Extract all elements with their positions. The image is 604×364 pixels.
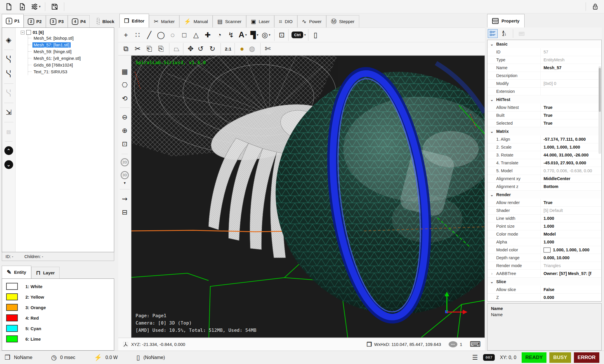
property-row[interactable]: Alpha 1.000 xyxy=(487,238,601,246)
tree-item-label[interactable]: Mesh_61: [v8_engine.stl] xyxy=(32,56,82,61)
view-3d-caret[interactable]: ▾ xyxy=(120,181,130,184)
property-row[interactable]: Depth range 0.000, 10.000 xyxy=(487,254,601,262)
settings-dropdown-button[interactable]: ▾ xyxy=(30,1,41,12)
expand-tree-icon[interactable]: ⌥ xyxy=(4,69,14,79)
row-expander-icon[interactable]: › xyxy=(487,271,496,276)
section-chevron-icon[interactable]: ⌄ xyxy=(487,193,496,197)
tree-item-label[interactable]: Mesh_54: [bishop.stl] xyxy=(32,36,75,41)
tab-editor[interactable]: ❐ Editor xyxy=(119,14,149,27)
property-value[interactable]: 1.000, 1.000, 1.000 xyxy=(553,248,589,252)
move-up-button[interactable]: ⌃ xyxy=(4,146,13,155)
property-value[interactable]: True xyxy=(544,200,553,205)
view-3d-button[interactable]: 3D xyxy=(121,171,129,179)
block-button[interactable]: Block xyxy=(94,15,117,27)
color-row[interactable]: 6: Lime xyxy=(6,334,114,344)
points-tool-icon[interactable]: ∷ ▾ xyxy=(132,29,143,41)
tab-stepper[interactable]: Ⓜ Stepper xyxy=(326,15,359,27)
open-file-button[interactable] xyxy=(16,1,28,12)
section-chevron-icon[interactable]: ⌄ xyxy=(487,280,496,284)
entity-tree[interactable]: − 01 [6] Mesh_54: [bishop.stl] Mesh_57: xyxy=(15,28,114,252)
arc-tool-icon[interactable]: ◌ ▾ xyxy=(167,29,178,41)
view-2d-button[interactable]: 2D xyxy=(121,158,129,166)
mesh-view-icon[interactable]: ⎔ xyxy=(120,81,130,89)
log-list-icon[interactable]: ☰ xyxy=(472,354,478,361)
model-color-swatch[interactable] xyxy=(544,248,551,252)
ctrl-condition-button[interactable]: Ctrl ▾ xyxy=(288,29,306,41)
property-value[interactable]: Mesh_57 xyxy=(544,65,561,70)
pen-color-list[interactable]: 1: White 2: Yellow 3: Orange xyxy=(2,278,114,351)
keyboard-icon[interactable]: ⌨ xyxy=(470,340,481,349)
color-row[interactable]: 5: Cyan xyxy=(6,323,114,334)
categorized-view-button[interactable] xyxy=(488,29,498,38)
property-row[interactable]: Color mode Model xyxy=(487,230,601,238)
property-row[interactable]: Allow slice False xyxy=(487,286,601,294)
property-row[interactable]: Render mode Triangles xyxy=(487,262,601,270)
tree-checkbox[interactable] xyxy=(26,30,31,35)
tree-item-label[interactable]: Mesh_59: [hinge.stl] xyxy=(32,49,73,54)
tree-item[interactable]: Mesh_61: [v8_engine.stl] xyxy=(28,55,113,62)
color-row[interactable]: 4: Red xyxy=(6,313,114,323)
cross-tool-icon[interactable]: ✚ ▾ xyxy=(202,29,214,41)
property-row[interactable]: Alignment z Bottom xyxy=(487,183,601,191)
rotate-ccw-icon[interactable]: ↺ xyxy=(195,43,206,55)
section-chevron-icon[interactable]: ⌄ xyxy=(487,129,496,134)
property-value[interactable]: -45.010, 27.903, 0.000 xyxy=(544,161,586,165)
new-file-button[interactable] xyxy=(3,1,15,12)
tree-item[interactable]: Mesh_59: [hinge.stl] xyxy=(28,48,113,55)
point-tool-icon[interactable]: + ▾ xyxy=(120,29,132,41)
property-row[interactable]: Built True xyxy=(487,112,601,119)
ellipse-tool-icon[interactable]: ◯ ▾ xyxy=(155,29,167,41)
orbit-rotate-icon[interactable]: ⟲ xyxy=(120,94,130,103)
section-chevron-icon[interactable]: ⌄ xyxy=(487,97,496,102)
property-row[interactable]: Selected True xyxy=(487,119,601,127)
tab-laser[interactable]: ▣ Laser xyxy=(246,15,274,27)
triangle-tool-icon[interactable]: △ ▾ xyxy=(190,29,202,41)
tree-item[interactable]: Grids_68 [768x1024] xyxy=(28,62,113,68)
tab-marker[interactable]: ✂ Marker xyxy=(149,15,179,27)
property-grid[interactable]: ⌄ Basic ID xyxy=(487,40,602,302)
property-value[interactable]: 1.000 xyxy=(544,216,554,221)
tab-scanner[interactable]: ▤ Scanner xyxy=(213,15,246,27)
zoom-out-icon[interactable]: ⊖ xyxy=(120,113,130,121)
property-row[interactable]: › AABBTree Owner: [57] Mesh_57: [f xyxy=(487,270,601,278)
render-wire-icon[interactable]: ◍ xyxy=(246,43,258,55)
color-row[interactable]: 3: Orange xyxy=(6,302,114,313)
tree-root-row[interactable]: − 01 [6] xyxy=(21,30,113,35)
tab-layer[interactable]: ⊓ Layer xyxy=(31,267,60,278)
property-value[interactable]: -57.174, 77.111, 0.000 xyxy=(544,137,586,142)
property-value[interactable]: MiddleCenter xyxy=(544,176,570,181)
tree-item-label[interactable]: Mesh_57: [fan1.stl] xyxy=(32,42,71,48)
page-tab[interactable]: 3 P3 xyxy=(46,15,68,27)
property-row[interactable]: Description xyxy=(487,72,601,80)
scrollbar-thumb[interactable] xyxy=(599,68,601,112)
property-row[interactable]: Modify [0x0] 0 xyxy=(487,80,601,88)
sort-order-icon[interactable]: 2↓1 xyxy=(221,43,232,55)
property-row[interactable]: Line width 1.000 xyxy=(487,215,601,222)
section-header[interactable]: ⌄ Basic xyxy=(487,40,601,48)
property-value[interactable]: 1.000 xyxy=(544,224,554,229)
property-row[interactable]: Type EntityMesh xyxy=(487,56,601,64)
layers-stack-icon[interactable]: ◈ xyxy=(4,35,14,45)
property-value[interactable]: 1.000, 1.000, 1.000 xyxy=(544,145,580,149)
color-row[interactable]: 1: White xyxy=(6,281,114,292)
page-tab[interactable]: 1 P1 xyxy=(2,14,24,27)
property-row[interactable]: 5. Model 0.770, 0.006, -0.638, 0.00 xyxy=(487,167,601,175)
property-value[interactable]: True xyxy=(544,113,553,118)
tree-expander-icon[interactable]: − xyxy=(21,31,25,34)
property-row[interactable]: Z 0.000 xyxy=(487,294,601,302)
text-tool-icon[interactable]: A ▾ xyxy=(237,29,249,41)
property-row[interactable]: ID 57 xyxy=(487,48,601,56)
property-row[interactable]: Name Mesh_57 xyxy=(487,64,601,72)
color-row[interactable]: 2: Yellow xyxy=(6,292,114,302)
barcode-tool-icon[interactable]: ▜ ▾ xyxy=(249,29,260,41)
zoom-fit-icon[interactable]: ⊡ xyxy=(120,140,130,148)
render-solid-icon[interactable]: ● xyxy=(235,43,246,55)
move-down-button[interactable]: ⌄ xyxy=(4,160,13,169)
slice-box-icon[interactable]: ⊟ xyxy=(120,208,130,217)
scrollbar[interactable] xyxy=(598,66,601,154)
hatch-pattern-icon[interactable]: ▦ xyxy=(120,67,130,76)
property-value[interactable]: Owner: [57] Mesh_57: [f xyxy=(544,271,591,276)
property-row[interactable]: 2. Scale 1.000, 1.000, 1.000 xyxy=(487,143,601,151)
property-value[interactable]: [0x0] 0 xyxy=(544,81,556,86)
section-header[interactable]: ⌄ Render xyxy=(487,191,601,199)
